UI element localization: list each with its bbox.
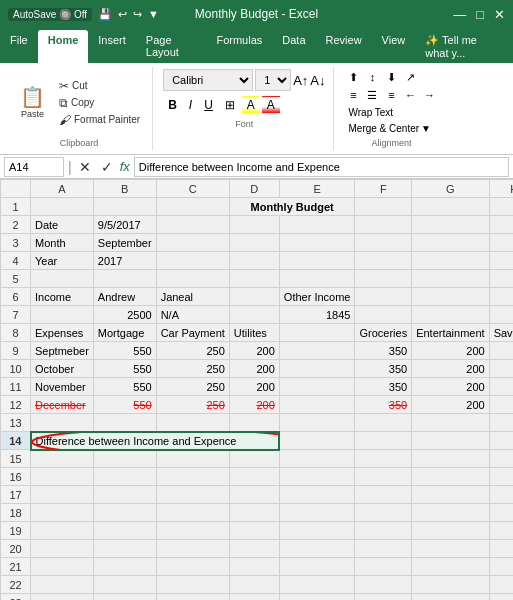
- cell-c9[interactable]: 250: [156, 342, 229, 360]
- cell-a5[interactable]: [31, 270, 94, 288]
- copy-button[interactable]: ⧉ Copy: [55, 95, 144, 111]
- cell-b4[interactable]: 2017: [93, 252, 156, 270]
- cell-e12[interactable]: [279, 396, 355, 414]
- cell-h7[interactable]: [489, 306, 513, 324]
- cell-a15[interactable]: [31, 450, 94, 468]
- cell-g2[interactable]: [412, 216, 489, 234]
- align-top-button[interactable]: ⬆: [344, 69, 362, 85]
- cell-a1[interactable]: [31, 198, 94, 216]
- cell-g10[interactable]: 200: [412, 360, 489, 378]
- cell-c5[interactable]: [156, 270, 229, 288]
- cell-h13[interactable]: [489, 414, 513, 432]
- cell-d5[interactable]: [229, 270, 279, 288]
- cell-c6[interactable]: Janeal: [156, 288, 229, 306]
- cell-h6[interactable]: [489, 288, 513, 306]
- close-icon[interactable]: ✕: [494, 7, 505, 22]
- autosave-badge[interactable]: AutoSave 🔘 Off: [8, 8, 92, 21]
- cell-f3[interactable]: [355, 234, 412, 252]
- sheet-area[interactable]: A B C D E F G H 1 Monthly Budget: [0, 179, 513, 600]
- fill-color-button[interactable]: A: [242, 96, 260, 114]
- cell-b6[interactable]: Andrew: [93, 288, 156, 306]
- bold-button[interactable]: B: [163, 95, 182, 115]
- tab-view[interactable]: View: [372, 30, 416, 63]
- cell-e13[interactable]: [279, 414, 355, 432]
- col-header-c[interactable]: C: [156, 180, 229, 198]
- cell-f12[interactable]: 350: [355, 396, 412, 414]
- undo-icon[interactable]: ↩: [118, 8, 127, 21]
- cell-b5[interactable]: [93, 270, 156, 288]
- cell-d4[interactable]: [229, 252, 279, 270]
- cell-e4[interactable]: [279, 252, 355, 270]
- cell-e8[interactable]: [279, 324, 355, 342]
- cell-h11[interactable]: 400: [489, 378, 513, 396]
- cell-h10[interactable]: 400: [489, 360, 513, 378]
- cell-b3[interactable]: September: [93, 234, 156, 252]
- cell-g9[interactable]: 200: [412, 342, 489, 360]
- text-orientation-button[interactable]: ↗: [401, 69, 419, 85]
- cell-a12[interactable]: December: [31, 396, 94, 414]
- cell-c4[interactable]: [156, 252, 229, 270]
- cell-e5[interactable]: [279, 270, 355, 288]
- redo-icon[interactable]: ↪: [133, 8, 142, 21]
- cell-a9[interactable]: Septmeber: [31, 342, 94, 360]
- indent-dec-button[interactable]: ←: [401, 87, 419, 103]
- cell-e11[interactable]: [279, 378, 355, 396]
- cell-h1[interactable]: [489, 198, 513, 216]
- cell-a13[interactable]: [31, 414, 94, 432]
- align-left-button[interactable]: ≡: [344, 87, 362, 103]
- cell-b8[interactable]: Mortgage: [93, 324, 156, 342]
- font-size-selector[interactable]: 11: [255, 69, 291, 91]
- cell-a7[interactable]: [31, 306, 94, 324]
- cell-f9[interactable]: 350: [355, 342, 412, 360]
- tab-formulas[interactable]: Formulas: [206, 30, 272, 63]
- cell-h8[interactable]: Savings: [489, 324, 513, 342]
- align-middle-button[interactable]: ↕: [363, 69, 381, 85]
- merge-center-button[interactable]: Merge & Center ▼: [344, 121, 438, 136]
- cell-e7[interactable]: 1845: [279, 306, 355, 324]
- cell-e10[interactable]: [279, 360, 355, 378]
- cell-g7[interactable]: [412, 306, 489, 324]
- cell-h3[interactable]: [489, 234, 513, 252]
- cell-b13[interactable]: [93, 414, 156, 432]
- indent-inc-button[interactable]: →: [420, 87, 438, 103]
- cell-d8[interactable]: Utilites: [229, 324, 279, 342]
- cell-d12[interactable]: 200: [229, 396, 279, 414]
- cell-g4[interactable]: [412, 252, 489, 270]
- cell-f6[interactable]: [355, 288, 412, 306]
- cell-a3[interactable]: Month: [31, 234, 94, 252]
- tab-home[interactable]: Home: [38, 30, 89, 63]
- tab-insert[interactable]: Insert: [88, 30, 136, 63]
- cell-g1[interactable]: [412, 198, 489, 216]
- cell-b11[interactable]: 550: [93, 378, 156, 396]
- align-center-button[interactable]: ☰: [363, 87, 381, 103]
- col-header-e[interactable]: E: [279, 180, 355, 198]
- cell-c1[interactable]: [156, 198, 229, 216]
- cell-reference-box[interactable]: A14: [4, 157, 64, 177]
- cell-c8[interactable]: Car Payment: [156, 324, 229, 342]
- cell-g5[interactable]: [412, 270, 489, 288]
- cell-f14[interactable]: [355, 432, 412, 450]
- cell-g13[interactable]: [412, 414, 489, 432]
- border-button[interactable]: ⊞: [220, 95, 240, 115]
- tab-file[interactable]: File: [0, 30, 38, 63]
- cell-a14[interactable]: Difference between Income and Expence: [31, 432, 280, 450]
- cell-f2[interactable]: [355, 216, 412, 234]
- cell-a4[interactable]: Year: [31, 252, 94, 270]
- cell-d11[interactable]: 200: [229, 378, 279, 396]
- cell-f10[interactable]: 350: [355, 360, 412, 378]
- cell-b12[interactable]: 550: [93, 396, 156, 414]
- font-name-selector[interactable]: Calibri: [163, 69, 253, 91]
- cell-c11[interactable]: 250: [156, 378, 229, 396]
- cell-e6[interactable]: Other Income: [279, 288, 355, 306]
- cell-g6[interactable]: [412, 288, 489, 306]
- restore-icon[interactable]: □: [476, 7, 484, 22]
- cell-g11[interactable]: 200: [412, 378, 489, 396]
- tab-data[interactable]: Data: [272, 30, 315, 63]
- cell-g14[interactable]: [412, 432, 489, 450]
- cell-g8[interactable]: Entertainment: [412, 324, 489, 342]
- format-painter-button[interactable]: 🖌 Format Painter: [55, 112, 144, 128]
- cell-b7[interactable]: 2500: [93, 306, 156, 324]
- cell-f8[interactable]: Groceries: [355, 324, 412, 342]
- cell-d9[interactable]: 200: [229, 342, 279, 360]
- cell-e3[interactable]: [279, 234, 355, 252]
